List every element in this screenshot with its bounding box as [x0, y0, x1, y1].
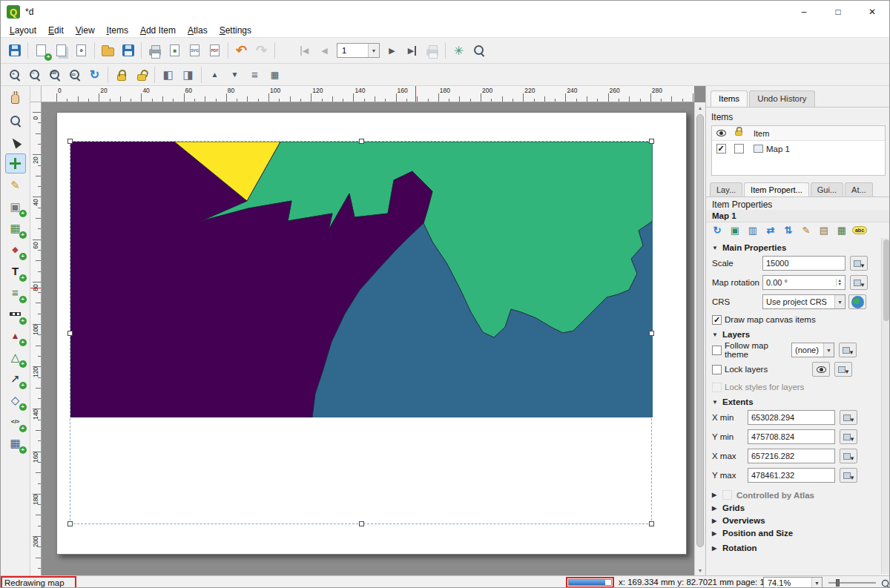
set-map-scale-button[interactable]: ⇄: [762, 222, 779, 237]
save-template-button[interactable]: [118, 41, 138, 60]
theme-combo[interactable]: (none) ▼: [791, 343, 834, 357]
zoom-out-button[interactable]: −: [24, 65, 44, 85]
redo-button[interactable]: ↷: [251, 41, 271, 60]
selection-handle[interactable]: [359, 139, 364, 144]
export-pdf-button[interactable]: PDF: [205, 41, 225, 60]
xmax-input[interactable]: 657216.282: [748, 449, 835, 463]
atlas-page-spinbox[interactable]: 1 ▼: [337, 43, 380, 58]
scroll-up-icon[interactable]: ▲: [695, 102, 705, 113]
view-map-scale-button[interactable]: ⇅: [780, 222, 797, 237]
grid-settings-button[interactable]: ▤: [816, 222, 832, 237]
group-items-button[interactable]: ◧: [158, 65, 178, 85]
edit-nodes-tool-button[interactable]: ✎: [5, 175, 26, 195]
ymin-input[interactable]: 475708.824: [748, 429, 835, 444]
select-item-tool-button[interactable]: [5, 132, 26, 152]
print-layout-button[interactable]: [145, 41, 165, 60]
layout-canvas[interactable]: [42, 102, 694, 575]
overview-settings-button[interactable]: ▦: [834, 222, 850, 237]
edit-map-button[interactable]: ✎: [798, 222, 814, 237]
lock-styles-checkbox[interactable]: [712, 383, 722, 392]
selection-handle[interactable]: [67, 331, 73, 336]
set-map-extent-button[interactable]: ▣: [727, 222, 743, 237]
add-attribute-table-button[interactable]: ▦: [5, 433, 26, 453]
section-extents[interactable]: ▼ Extents: [712, 397, 877, 406]
minimize-button[interactable]: –: [787, 1, 821, 23]
atlas-last-button[interactable]: ▶: [402, 41, 422, 60]
export-image-button[interactable]: ▦: [165, 41, 185, 60]
add-north-arrow-button[interactable]: ▲: [5, 326, 26, 346]
menu-settings[interactable]: Settings: [214, 24, 257, 37]
atlas-preview-button[interactable]: [469, 41, 489, 60]
add-label-button[interactable]: T: [5, 261, 26, 281]
pan-tool-button[interactable]: [5, 89, 26, 109]
xmin-data-defined-button[interactable]: ▼: [840, 410, 857, 425]
atlas-first-button[interactable]: ◀: [294, 41, 314, 60]
crs-select-button[interactable]: [848, 294, 866, 309]
follow-theme-checkbox[interactable]: [712, 346, 722, 355]
item-visibility-checkbox[interactable]: ✓: [716, 144, 726, 153]
layout-page[interactable]: [56, 112, 687, 555]
distribute-items-button[interactable]: ▦: [265, 65, 285, 85]
selection-handle[interactable]: [649, 331, 654, 336]
xmin-input[interactable]: 653028.294: [748, 410, 835, 425]
add-node-item-button[interactable]: ◇: [5, 390, 26, 410]
section-position-and-size[interactable]: ▶ Position and Size: [712, 529, 877, 538]
selection-handle[interactable]: [649, 139, 654, 144]
lock-layers-eye-button[interactable]: [812, 362, 830, 377]
tab-layout[interactable]: Lay...: [710, 182, 742, 196]
add-picture-button[interactable]: ▦: [5, 218, 26, 238]
atlas-prev-button[interactable]: ◀: [314, 41, 334, 60]
raise-items-button[interactable]: ▲: [205, 65, 225, 85]
theme-data-defined-button[interactable]: ▼: [839, 343, 857, 357]
spinner-arrows-icon[interactable]: ▲▼: [836, 279, 842, 286]
tab-atlas[interactable]: At...: [845, 182, 873, 196]
ymin-data-defined-button[interactable]: ▼: [840, 429, 857, 444]
add-marker-button[interactable]: ◆: [5, 240, 26, 260]
unlock-items-button[interactable]: [131, 65, 151, 85]
move-content-tool-button[interactable]: [5, 153, 26, 174]
map-item[interactable]: [70, 141, 652, 524]
add-map-button[interactable]: ▣: [5, 196, 26, 217]
zoom-in-button[interactable]: +: [4, 65, 24, 85]
zoom-slider[interactable]: [828, 582, 876, 584]
add-legend-button[interactable]: ≡: [5, 283, 26, 303]
tab-item-properties[interactable]: Item Propert...: [744, 182, 809, 196]
menu-add-item[interactable]: Add Item: [134, 24, 182, 37]
menu-items[interactable]: Items: [101, 24, 134, 37]
section-main-properties[interactable]: ▼ Main Properties: [712, 243, 877, 252]
panel-scrollbar-thumb[interactable]: [883, 240, 889, 321]
zoom-tool-button[interactable]: [5, 110, 26, 131]
save-layout-button[interactable]: [4, 41, 24, 60]
section-layers[interactable]: ▼ Layers: [712, 330, 877, 339]
new-layout-button[interactable]: [31, 41, 51, 60]
section-rotation[interactable]: ▶ Rotation: [712, 544, 877, 552]
export-svg-button[interactable]: SVG: [185, 41, 205, 60]
controlled-by-atlas-checkbox[interactable]: [722, 490, 732, 500]
scrollbar-thumb[interactable]: [696, 114, 704, 547]
refresh-view-button[interactable]: ↻: [85, 65, 105, 85]
menu-layout[interactable]: Layout: [4, 24, 42, 37]
ymax-input[interactable]: 478461.232: [748, 468, 835, 483]
selection-handle[interactable]: [649, 521, 654, 526]
label-settings-button[interactable]: abc: [851, 222, 868, 237]
zoom-actual-button[interactable]: 100: [44, 65, 65, 85]
selection-handle[interactable]: [359, 521, 364, 526]
crs-combo[interactable]: Use project CRS ▼: [762, 294, 846, 309]
maximize-button[interactable]: □: [821, 1, 855, 23]
layout-manager-button[interactable]: ⚙: [71, 41, 91, 60]
menu-edit[interactable]: Edit: [42, 24, 70, 37]
tab-undo-history[interactable]: Undo History: [749, 90, 814, 107]
align-items-button[interactable]: ≡: [245, 65, 265, 85]
view-map-extent-button[interactable]: ▥: [745, 222, 761, 237]
add-shape-button[interactable]: △: [5, 347, 26, 367]
rotation-input[interactable]: 0.00 ° ▲▼: [762, 275, 846, 290]
load-template-button[interactable]: [98, 41, 118, 60]
duplicate-layout-button[interactable]: [51, 41, 71, 60]
selection-handle[interactable]: [67, 521, 73, 526]
close-button[interactable]: ✕: [855, 1, 889, 23]
add-scalebar-button[interactable]: [5, 304, 26, 324]
atlas-page-dropdown-icon[interactable]: ▼: [368, 44, 379, 57]
ymax-data-defined-button[interactable]: ▼: [840, 468, 857, 483]
zoom-full-button[interactable]: ▭: [65, 65, 85, 85]
rotation-data-defined-button[interactable]: ▼: [850, 275, 868, 290]
